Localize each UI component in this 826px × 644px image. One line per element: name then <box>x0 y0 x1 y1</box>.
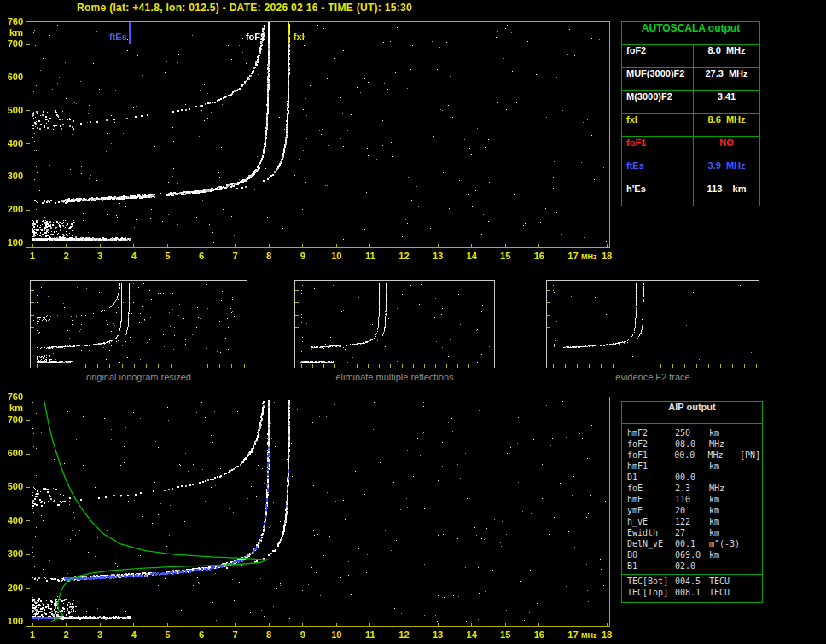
aip-row-unit: km <box>709 528 742 539</box>
aip-row: DelN_vE00.1m^(-3) <box>627 539 760 550</box>
aip-row-extra <box>742 577 760 588</box>
x-tick-label: 16 <box>530 629 549 640</box>
x-tick-label: 15 <box>496 251 515 261</box>
x-tick-label: 3 <box>90 251 109 261</box>
aip-row-value: 20 <box>675 506 709 517</box>
y-tick-label: 300 <box>3 171 23 181</box>
y-tick-label: 300 <box>3 548 23 559</box>
aip-row-unit: TECU <box>709 577 742 588</box>
autoscala-table-rows: foF28.0 MHzMUF(3000)F227.3 MHzM(3000)F23… <box>622 44 759 206</box>
y-axis-max-label: 760 <box>3 16 23 26</box>
x-tick-label: 14 <box>462 629 481 640</box>
x-tick-label: 6 <box>192 629 211 640</box>
x-tick-label: 9 <box>294 629 312 640</box>
aip-row: B0069.0km <box>627 550 760 561</box>
aip-row: hmE110km <box>627 495 760 506</box>
aip-row-extra <box>742 495 760 506</box>
aip-row-label: foF2 <box>627 439 675 450</box>
aip-row-value: 110 <box>675 495 709 506</box>
x-tick-label: 16 <box>530 251 549 261</box>
aip-row-unit: m^(-3) <box>709 539 742 550</box>
marker-label-fxl: fxl <box>294 32 305 42</box>
x-tick-label: 8 <box>259 251 278 261</box>
y-tick-label: 700 <box>3 415 23 425</box>
thumbnail-3 <box>546 280 759 368</box>
aip-row-label: TEC[Bot] <box>627 577 675 588</box>
aip-row-extra <box>742 506 760 517</box>
autoscala-row: MUF(3000)F227.3 MHz <box>622 67 759 90</box>
aip-row-value: 02.0 <box>675 561 709 572</box>
aip-row: hmF2250km <box>627 428 760 439</box>
x-tick-label: 9 <box>294 251 312 261</box>
aip-row-label: TEC[Top] <box>627 588 675 599</box>
aip-row-unit: km <box>709 461 742 473</box>
autoscala-row: ftEs3.9 MHz <box>622 160 759 183</box>
aip-row: Ewidth27km <box>627 528 760 539</box>
thumbnail-2-canvas <box>295 281 494 368</box>
aip-row-unit: km <box>709 495 742 506</box>
aip-row-label: B0 <box>627 550 675 561</box>
y-tick-label: 600 <box>3 448 23 458</box>
aip-row-value: 008.1 <box>675 588 709 599</box>
aip-row-label: D1 <box>627 473 675 484</box>
x-axis-unit-label: MHz <box>581 252 597 261</box>
aip-row-value: 122 <box>675 517 709 528</box>
y-tick-label: 200 <box>3 583 23 593</box>
aip-row: hmF1---km <box>627 461 760 473</box>
x-tick-label: 8 <box>259 629 278 640</box>
autoscala-row-label: ftEs <box>622 160 694 183</box>
autoscala-row: M(3000)F23.41 <box>622 90 759 113</box>
aip-row-value: 00.0 <box>675 473 709 484</box>
y-tick-label: 100 <box>3 616 23 626</box>
aip-row-value: 250 <box>675 428 709 439</box>
x-tick-label: 17 <box>563 251 582 261</box>
page-title: Rome (lat: +41.8, lon: 012.5) - DATE: 20… <box>77 2 412 14</box>
aip-row-extra <box>742 439 760 450</box>
aip-row-value: 2.3 <box>675 484 709 495</box>
marker-label-foF2: foF2 <box>246 32 265 42</box>
x-tick-label: 11 <box>361 251 380 261</box>
thumbnail-caption: eliminate multiple reflections <box>294 372 495 382</box>
aip-table-rows: hmF2250kmfoF208.0MHzfoF100.0MHz[PN]hmF1-… <box>622 424 762 602</box>
aip-row-unit: km <box>709 506 742 517</box>
autoscala-table-header: AUTOSCALA output <box>622 22 759 44</box>
aip-row: B102.0 <box>627 561 760 572</box>
x-tick-label: 12 <box>394 251 413 261</box>
aip-row: h_vE122km <box>627 517 760 528</box>
x-tick-label: 4 <box>125 251 143 261</box>
autoscala-row: h'Es113 km <box>622 183 759 206</box>
aip-row-extra <box>742 484 760 495</box>
aip-row-label: foE <box>627 484 675 495</box>
aip-row-value: 27 <box>675 528 709 539</box>
ionogram-top-plot <box>26 21 610 248</box>
aip-row-value: 00.0 <box>674 450 707 461</box>
aip-row-extra <box>742 461 760 473</box>
y-tick-label: 400 <box>3 138 23 148</box>
x-tick-label: 1 <box>23 629 42 640</box>
thumbnail-2 <box>294 280 495 368</box>
autoscala-row-value: 3.41 <box>694 91 759 113</box>
autoscala-row: foF28.0 MHz <box>622 44 759 67</box>
aip-row-value: 004.5 <box>675 577 709 588</box>
x-tick-label: 6 <box>192 251 211 261</box>
aip-row-unit: TECU <box>709 588 742 599</box>
aip-row-extra <box>742 428 760 439</box>
aip-row-label: hmE <box>627 495 675 506</box>
aip-row-unit: km <box>709 428 742 439</box>
thumbnail-1-canvas <box>31 281 247 368</box>
x-tick-label: 10 <box>327 251 346 261</box>
aip-row-value: 08.0 <box>675 439 709 450</box>
x-tick-label: 14 <box>462 251 481 261</box>
aip-row-label: hmF1 <box>627 461 675 473</box>
thumbnail-caption: original ionogram resized <box>30 372 247 382</box>
x-tick-label: 12 <box>394 629 413 640</box>
aip-row-unit: km <box>709 517 742 528</box>
autoscala-row-label: fxl <box>622 114 694 136</box>
aip-row-label: DelN_vE <box>627 539 675 550</box>
y-tick-label: 500 <box>3 481 23 491</box>
autoscala-row-label: foF1 <box>622 137 694 160</box>
aip-row: ymE20km <box>627 506 760 517</box>
aip-row: TEC[Top]008.1TECU <box>627 588 760 599</box>
ionogram-bottom-plot <box>26 397 610 627</box>
aip-row-value: 069.0 <box>675 550 709 561</box>
